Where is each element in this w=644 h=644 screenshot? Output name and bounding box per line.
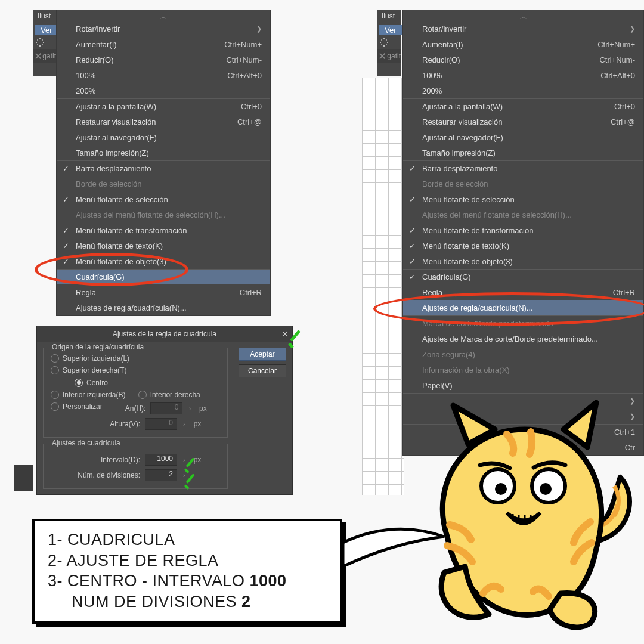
menu-shortcut: Ctrl+R	[613, 288, 635, 297]
note-line-3: 3- CENTRO - INTERVALO 1000	[48, 571, 327, 592]
menu-item[interactable]: Cuadrícula(G)	[57, 269, 270, 284]
menu-item[interactable]: 100%Ctrl+Alt+0	[403, 67, 643, 83]
menu-item: Ajustes del menú flotante de selección(H…	[57, 207, 270, 222]
menu-shortcut: Ctrl+@	[237, 117, 262, 126]
menu-item[interactable]: ReglaCtrl+R	[403, 284, 643, 300]
menu-item[interactable]: Reducir(O)Ctrl+Num-	[57, 52, 270, 67]
menu-item[interactable]: ✓Menú flotante de texto(K)	[57, 238, 270, 253]
origin-legend: Origen de la regla/cuadrícula	[49, 343, 146, 351]
menu-item[interactable]: ✓Barra desplazamiento	[57, 160, 270, 176]
close-tab-icon[interactable]	[379, 53, 385, 59]
app-title-left: Ilust	[38, 12, 51, 20]
menu-item-label: Rotar/invertir	[422, 24, 466, 33]
menu-item[interactable]: Rotar/invertir❯	[57, 21, 270, 36]
chevron-right-icon[interactable]: ›	[187, 405, 192, 412]
chevron-right-icon[interactable]: ›	[182, 420, 187, 428]
loading-icon	[35, 38, 45, 47]
unit-px: px	[194, 456, 202, 464]
close-tab-icon[interactable]	[35, 53, 40, 59]
menu-item[interactable]: Ajustes de regla/cuadrícula(N)...	[403, 300, 643, 315]
menu-item[interactable]: 200%	[57, 83, 270, 98]
menu-item-label: Menú flotante de transformación	[76, 226, 187, 235]
app-title-right: Ilust	[382, 12, 395, 20]
menu-item[interactable]: Ajustar al navegador(F)	[57, 129, 270, 145]
menu-item[interactable]: Ajustes de regla/cuadrícula(N)...	[57, 300, 270, 315]
radio-top-left[interactable]: Superior izquierda(L)	[51, 354, 129, 363]
unit-px: px	[199, 404, 207, 413]
menu-item[interactable]: Aumentar(I)Ctrl+Num+	[57, 36, 270, 52]
menu-item-label: Ajustar al navegador(F)	[76, 133, 157, 142]
menu-item[interactable]: ✓Menú flotante de objeto(3)	[403, 253, 643, 269]
menu-item[interactable]: ReglaCtrl+R	[57, 284, 270, 300]
height-input[interactable]: 0	[145, 418, 177, 430]
menu-item: Borde de selección	[403, 176, 643, 191]
menu-item[interactable]: Tamaño impresión(Z)	[57, 145, 270, 160]
close-icon[interactable]: ✕	[281, 329, 289, 339]
menu-item[interactable]: Reducir(O)Ctrl+Num-	[403, 52, 643, 67]
radio-bottom-left[interactable]: Inferior izquierda(B)	[51, 391, 125, 399]
tab-name-left[interactable]: gatit	[42, 52, 56, 60]
menu-item[interactable]: Tamaño impresión(Z)	[403, 145, 643, 160]
divisions-label: Núm. de divisiones:	[51, 471, 140, 479]
menu-item-label: Restaurar visualización	[422, 117, 502, 126]
menu-item[interactable]: ✓Cuadrícula(G)	[403, 269, 643, 284]
radio-bottom-right[interactable]: Inferior derecha	[138, 391, 200, 399]
menu-item[interactable]: Rotar/invertir❯	[403, 21, 643, 36]
menu-item[interactable]: Ajustar al navegador(F)	[403, 129, 643, 145]
menu-item[interactable]: ✓Menú flotante de texto(K)	[403, 238, 643, 253]
dialog-title: Ajustes de la regla de cuadrícula	[113, 330, 216, 338]
menu-item-label: Aumentar(I)	[422, 40, 463, 49]
menu-item[interactable]: ✓Menú flotante de selección	[403, 191, 643, 207]
cat-illustration	[411, 388, 644, 638]
menu-item[interactable]: Restaurar visualizaciónCtrl+@	[403, 114, 643, 129]
divisions-input[interactable]: 2	[145, 469, 177, 481]
interval-input[interactable]: 1000	[145, 454, 177, 466]
menu-ver-button-left[interactable]: Ver	[35, 25, 58, 35]
radio-center[interactable]: Centro	[75, 379, 108, 387]
annotation-note-box: 1- CUADRICULA 2- AJUSTE DE REGLA 3- CENT…	[32, 519, 342, 624]
menu-item-label: Ajustes del menú flotante de selección(H…	[76, 210, 225, 219]
menu-item[interactable]: ✓Menú flotante de transformación	[403, 222, 643, 238]
menu-item[interactable]: ✓Menú flotante de objeto(3)	[57, 253, 270, 269]
menu-item-label: 100%	[76, 71, 95, 80]
accept-button[interactable]: Aceptar	[239, 348, 286, 361]
radio-custom[interactable]: Personalizar	[51, 402, 103, 411]
menu-item-label: Tamaño impresión(Z)	[76, 148, 149, 157]
menu-item[interactable]: Ajustar a la pantalla(W)Ctrl+0	[403, 98, 643, 114]
menu-item: Información de la obra(X)	[403, 362, 643, 377]
chevron-right-icon[interactable]: ›	[182, 472, 187, 479]
menu-item-label: Menú flotante de selección	[422, 195, 515, 204]
menu-item: Zona segura(4)	[403, 346, 643, 362]
menu-item[interactable]: ✓Menú flotante de transformación	[57, 222, 270, 238]
tab-name-right[interactable]: gatit	[387, 52, 401, 60]
unit-px: px	[194, 420, 202, 428]
menu-ver-button-right[interactable]: Ver	[379, 25, 402, 35]
radio-top-right[interactable]: Superior derecha(T)	[51, 366, 126, 374]
menu-item[interactable]: Ajustes de Marca de corte/Borde predeter…	[403, 331, 643, 346]
menu-item[interactable]: ✓Barra desplazamiento	[403, 160, 643, 176]
menu-item[interactable]: ✓Menú flotante de selección	[57, 191, 270, 207]
menu-item[interactable]: Ajustar a la pantalla(W)Ctrl+0	[57, 98, 270, 114]
grid-settings-dialog: Ajustes de la regla de cuadrícula ✕ Acep…	[36, 326, 293, 495]
chevron-right-icon[interactable]: ›	[182, 456, 187, 463]
menu-item: Ajustes del menú flotante de selección(H…	[403, 207, 643, 222]
check-icon: ✓	[63, 164, 69, 173]
menu-item[interactable]: 200%	[403, 83, 643, 98]
check-icon: ✓	[63, 257, 69, 266]
note-line-2: 2- AJUSTE DE REGLA	[48, 550, 327, 571]
menu-shortcut: Ctrl+0	[614, 102, 635, 111]
cancel-button[interactable]: Cancelar	[239, 364, 286, 377]
menu-item[interactable]: Restaurar visualizaciónCtrl+@	[57, 114, 270, 129]
view-menu-left: ︿ Rotar/invertir❯Aumentar(I)Ctrl+Num+Red…	[56, 10, 271, 316]
width-input[interactable]: 0	[150, 402, 182, 414]
menu-item-label: Cuadrícula(G)	[422, 273, 471, 281]
check-icon: ✓	[409, 273, 416, 281]
grid-legend: Ajustes de cuadrícula	[49, 439, 123, 447]
menu-item-label: 200%	[422, 86, 442, 95]
menu-item[interactable]: 100%Ctrl+Alt+0	[57, 67, 270, 83]
menu-item-label: Regla	[76, 288, 96, 297]
menu-shortcut: Ctrl+@	[611, 117, 635, 126]
menu-item[interactable]: Aumentar(I)Ctrl+Num+	[403, 36, 643, 52]
menu-item-label: Zona segura(4)	[422, 350, 475, 359]
menu-item-label: Menú flotante de texto(K)	[76, 242, 163, 250]
